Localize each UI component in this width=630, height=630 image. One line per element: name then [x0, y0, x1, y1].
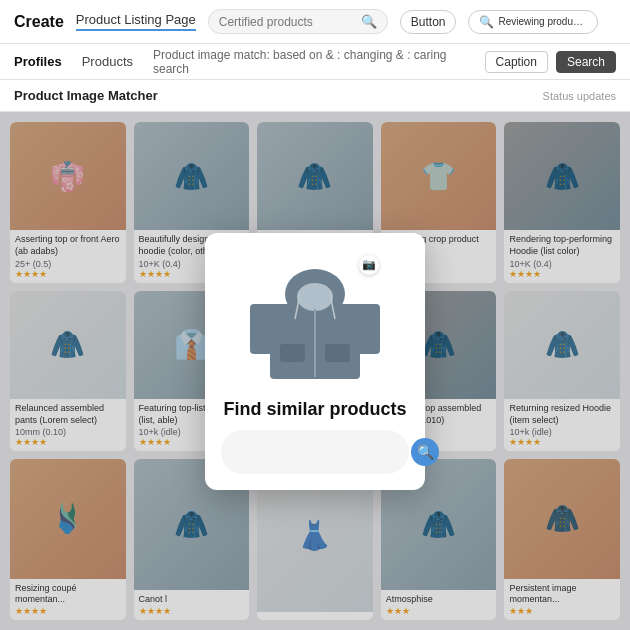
search-icon: 🔍 — [361, 14, 377, 29]
modal-search-icon[interactable]: 🔍 — [411, 438, 439, 466]
nav-button-2[interactable]: 🔍 Reviewing product listing cre... — [468, 10, 598, 34]
sec-nav-profiles[interactable]: Profiles — [14, 54, 62, 69]
nav-button-1[interactable]: Button — [400, 10, 457, 34]
search-button[interactable]: Search — [556, 51, 616, 73]
product-grid-container: 👘Asserting top or front Aero (ab adabs)2… — [0, 112, 630, 630]
page-title: Product Image Matcher — [14, 88, 158, 103]
svg-rect-3 — [250, 304, 275, 354]
sec-nav-desc: Product image match: based on & : changi… — [153, 48, 465, 76]
svg-point-2 — [297, 283, 333, 311]
sec-nav-products[interactable]: Products — [82, 54, 133, 69]
secondary-navigation: Profiles Products Product image match: b… — [0, 44, 630, 80]
find-similar-modal: 📷 Find similar products 🔍 — [205, 233, 425, 490]
caption-button[interactable]: Caption — [485, 51, 548, 73]
search-icon-2: 🔍 — [479, 15, 494, 29]
top-navigation: Create Product Listing Page 🔍 Button 🔍 R… — [0, 0, 630, 44]
modal-search-bar[interactable]: 🔍 — [221, 430, 409, 474]
modal-title: Find similar products — [223, 399, 406, 420]
nav-btn2-label: Reviewing product listing cre... — [498, 16, 587, 27]
camera-icon[interactable]: 📷 — [359, 255, 379, 275]
create-label: Create — [14, 13, 64, 31]
svg-rect-6 — [280, 344, 305, 362]
svg-rect-7 — [325, 344, 350, 362]
product-listing-tab[interactable]: Product Listing Page — [76, 12, 196, 31]
top-search-input[interactable] — [219, 15, 361, 29]
status-text: Status updates — [543, 90, 616, 102]
modal-search-input[interactable] — [235, 444, 403, 459]
third-navigation: Product Image Matcher Status updates — [0, 80, 630, 112]
modal-product-image: 📷 — [245, 249, 385, 389]
sec-nav-actions: Caption Search — [485, 51, 616, 73]
modal-overlay: 📷 Find similar products 🔍 — [0, 112, 630, 630]
svg-rect-4 — [355, 304, 380, 354]
top-search-bar[interactable]: 🔍 — [208, 9, 388, 34]
